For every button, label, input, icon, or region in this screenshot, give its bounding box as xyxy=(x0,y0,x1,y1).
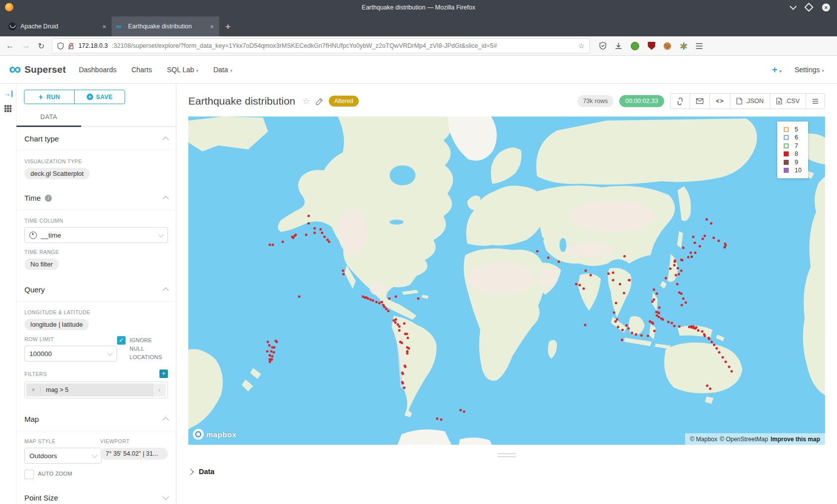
cookie-extension-icon[interactable] xyxy=(664,42,671,50)
back-button[interactable]: ← xyxy=(6,41,14,50)
superset-infinity-icon: ∞ xyxy=(9,61,21,76)
legend-row[interactable]: 10 xyxy=(784,167,802,174)
legend-row[interactable]: 7 xyxy=(784,142,802,149)
settings-menu[interactable]: Settings▾ xyxy=(795,66,824,74)
earthquake-point xyxy=(307,222,310,225)
time-range-value[interactable]: No filter xyxy=(24,258,59,270)
chevron-down-icon xyxy=(107,350,113,356)
earthquake-point xyxy=(656,292,658,295)
tab-close-icon[interactable]: × xyxy=(101,23,107,30)
copy-link-button[interactable] xyxy=(671,94,690,109)
save-button[interactable]: + SAVE xyxy=(74,90,125,104)
insecure-lock-icon[interactable] xyxy=(68,42,74,50)
favorite-star-icon[interactable]: ☆ xyxy=(302,96,310,107)
ublock-origin-icon[interactable]: 2 xyxy=(648,42,655,50)
privacy-badger-icon[interactable] xyxy=(631,42,639,50)
nav-item-data[interactable]: Data▾ xyxy=(213,66,232,74)
export-csv-button[interactable]: .CSV xyxy=(770,94,806,109)
deckgl-scatter-map[interactable]: 5678910 mapbox © Mapbox © OpenStreetMap … xyxy=(188,117,825,445)
collapse-panel-icon[interactable]: → xyxy=(4,90,12,98)
earthquake-point xyxy=(463,410,465,413)
menu-hamburger-icon[interactable] xyxy=(696,43,703,49)
superset-logo[interactable]: ∞ Superset xyxy=(9,63,66,76)
legend-row[interactable]: 9 xyxy=(784,159,802,165)
window-maximize-icon[interactable] xyxy=(804,2,813,11)
embed-code-button[interactable]: <> xyxy=(709,94,730,109)
attribution-osm[interactable]: © OpenStreetMap xyxy=(720,436,768,443)
earthquake-point xyxy=(674,260,676,263)
legend-swatch-icon xyxy=(784,151,789,156)
earthquake-point xyxy=(680,292,683,295)
active-tab-underline xyxy=(16,126,81,127)
section-time[interactable]: Time i xyxy=(16,186,176,210)
dataset-grid-icon[interactable] xyxy=(4,105,11,112)
earthquake-point xyxy=(673,325,676,327)
legend-row[interactable]: 6 xyxy=(784,134,802,141)
new-tab-button[interactable]: + xyxy=(225,21,231,32)
section-map[interactable]: Map xyxy=(16,407,176,431)
panel-resize-handle[interactable] xyxy=(188,445,825,466)
window-minimize-icon[interactable] xyxy=(790,2,797,9)
filter-item[interactable]: × mag > 5 › xyxy=(26,383,166,396)
ignore-null-checkbox[interactable]: ✓ xyxy=(117,336,126,345)
pocket-shield-icon[interactable] xyxy=(599,42,606,50)
attribution-improve-link[interactable]: Improve this map xyxy=(771,436,820,443)
earthquake-point xyxy=(635,333,637,336)
reload-button[interactable]: ↻ xyxy=(38,41,44,51)
nav-item-charts[interactable]: Charts xyxy=(132,66,152,74)
time-column-select[interactable]: __time xyxy=(24,227,168,243)
remove-filter-icon[interactable]: × xyxy=(26,386,41,393)
tab-data[interactable]: DATA xyxy=(40,114,57,121)
earthquake-point xyxy=(266,350,269,353)
run-button[interactable]: RUN xyxy=(24,90,74,104)
section-query[interactable]: Query xyxy=(16,278,176,302)
earthquake-point xyxy=(612,279,614,281)
visualization-type-label: VISUALIZATION TYPE xyxy=(24,158,168,164)
altered-badge[interactable]: Altered xyxy=(329,96,359,107)
time-column-label: TIME COLUMN xyxy=(24,218,168,224)
visualization-type-value[interactable]: deck.gl Scatterplot xyxy=(24,168,90,179)
data-results-collapse[interactable]: Data xyxy=(188,468,837,476)
export-json-button[interactable]: .JSON xyxy=(730,94,770,109)
chart-title: Earthquake distribution xyxy=(188,95,295,107)
forward-button[interactable]: → xyxy=(22,41,30,50)
mapbox-logo[interactable]: mapbox xyxy=(193,429,237,440)
chevron-down-icon: ▾ xyxy=(779,69,782,74)
add-new-button[interactable]: +▾ xyxy=(772,64,782,75)
nav-item-sql-lab[interactable]: SQL Lab▾ xyxy=(167,66,198,74)
tab-apache-druid[interactable]: Apache Druid × xyxy=(4,16,112,36)
lonlat-value[interactable]: longitude | latitude xyxy=(24,319,89,330)
row-limit-select[interactable]: 100000 xyxy=(24,346,117,362)
email-button[interactable] xyxy=(690,94,709,109)
add-filter-button[interactable]: + xyxy=(159,370,168,378)
tab-earthquake-distribution[interactable]: ∞ Earthquake distribution × xyxy=(112,16,219,36)
expand-filter-icon[interactable]: › xyxy=(152,383,166,396)
auto-zoom-label: AUTO ZOOM xyxy=(38,470,72,479)
auto-zoom-checkbox[interactable] xyxy=(24,470,34,479)
earthquake-point xyxy=(271,355,274,358)
run-save-button-group: RUN + SAVE xyxy=(24,90,125,104)
url-bar[interactable]: 172.18.0.3 :32108/superset/explore/?form… xyxy=(52,39,589,53)
download-icon[interactable] xyxy=(615,42,622,50)
legend-row[interactable]: 5 xyxy=(784,126,802,132)
nav-item-dashboards[interactable]: Dashboards xyxy=(79,66,117,74)
ignore-null-checkbox-row: ✓ IGNORE NULL LOCATIONS xyxy=(117,336,168,362)
legend-row[interactable]: 8 xyxy=(784,151,802,157)
extension-asterisk-icon[interactable] xyxy=(680,42,687,50)
earthquake-point xyxy=(685,301,687,304)
attribution-mapbox[interactable]: © Mapbox xyxy=(690,436,717,443)
legend-label: 6 xyxy=(795,134,798,141)
tab-close-icon[interactable]: × xyxy=(209,23,215,30)
earthquake-point xyxy=(708,338,710,340)
window-close-icon[interactable]: × xyxy=(822,3,830,11)
edit-pencil-icon[interactable] xyxy=(316,98,323,105)
section-point-size[interactable]: Point Size xyxy=(16,486,176,504)
map-style-select[interactable]: Outdoors xyxy=(24,448,102,464)
earthquake-point xyxy=(273,346,276,349)
chart-menu-button[interactable] xyxy=(806,94,825,109)
bookmark-star-icon[interactable]: ☆ xyxy=(578,42,585,50)
earthquake-point xyxy=(710,341,713,343)
section-chart-type[interactable]: Chart type xyxy=(16,127,176,151)
shield-permissions-icon[interactable] xyxy=(57,42,64,50)
viewport-value[interactable]: 7° 35' 54.02" | 31... xyxy=(100,448,168,460)
